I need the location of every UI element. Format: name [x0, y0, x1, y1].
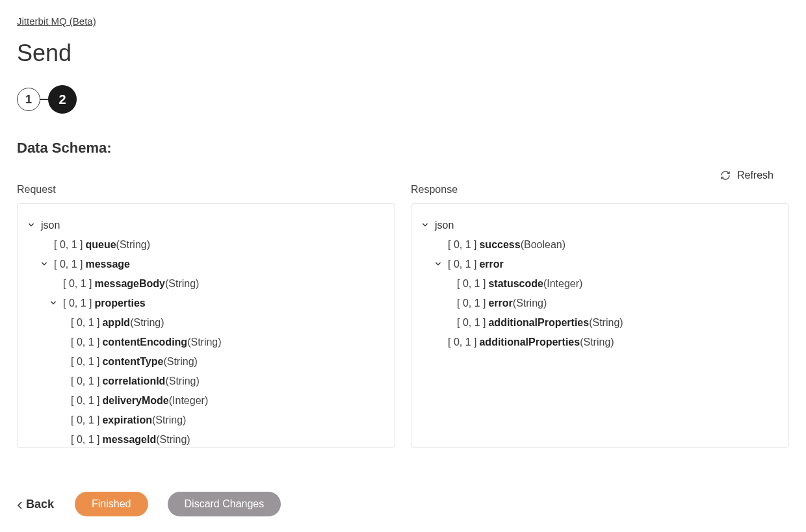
field-type: (String): [165, 374, 199, 389]
breadcrumb-link[interactable]: Jitterbit MQ (Beta): [17, 16, 96, 27]
tree-node[interactable]: json: [27, 216, 385, 235]
chevron-down-icon[interactable]: [421, 220, 431, 231]
back-label: Back: [26, 498, 54, 511]
field-type: (String): [156, 432, 190, 448]
field-name: queue: [85, 237, 116, 253]
chevron-down-icon[interactable]: [434, 259, 444, 270]
field-name: correlationId: [102, 374, 165, 389]
cardinality-label: [ 0, 1 ]: [54, 257, 83, 272]
field-name: expiration: [102, 412, 151, 428]
tree-node: [ 0, 1 ] expiration (String): [27, 411, 385, 430]
cardinality-label: [ 0, 1 ]: [71, 335, 99, 350]
cardinality-label: [ 0, 1 ]: [457, 315, 486, 331]
finished-button[interactable]: Finished: [75, 492, 148, 516]
cardinality-label: [ 0, 1 ]: [448, 335, 476, 350]
step-2-active[interactable]: 2: [48, 85, 77, 114]
chevron-down-icon[interactable]: [40, 259, 50, 270]
field-name: messageId: [102, 432, 156, 448]
tree-node: [ 0, 1 ] success (Boolean): [421, 235, 779, 255]
chevron-down-icon[interactable]: [27, 220, 37, 231]
section-title: Data Schema:: [17, 140, 789, 157]
tree-node: [ 0, 1 ] appId (String): [27, 313, 385, 333]
tree-node: [ 0, 1 ] deliveryMode (Integer): [27, 391, 385, 411]
field-type: (String): [165, 276, 199, 292]
refresh-icon: [720, 170, 731, 181]
field-name: statuscode: [488, 276, 543, 292]
request-column-label: Request: [17, 184, 395, 196]
chevron-down-icon[interactable]: [49, 298, 59, 309]
field-type: (String): [513, 296, 547, 311]
cardinality-label: [ 0, 1 ]: [63, 296, 92, 311]
field-type: (String): [163, 354, 197, 370]
tree-node: [ 0, 1 ] correlationId (String): [27, 372, 385, 391]
tree-node[interactable]: [ 0, 1 ] error: [421, 255, 779, 274]
cardinality-label: [ 0, 1 ]: [457, 276, 486, 292]
cardinality-label: [ 0, 1 ]: [457, 296, 486, 311]
cardinality-label: [ 0, 1 ]: [448, 237, 476, 253]
page-title: Send: [17, 40, 789, 67]
back-button[interactable]: Back: [17, 498, 54, 511]
field-name: contentType: [102, 354, 163, 370]
cardinality-label: [ 0, 1 ]: [71, 315, 99, 331]
tree-node[interactable]: [ 0, 1 ] properties: [27, 294, 385, 313]
tree-node: [ 0, 1 ] statuscode (Integer): [421, 274, 779, 294]
step-1[interactable]: 1: [17, 88, 40, 111]
field-type: (String): [116, 237, 150, 253]
field-name: appId: [102, 315, 130, 331]
breadcrumb: Jitterbit MQ (Beta): [17, 16, 789, 27]
response-column-label: Response: [411, 184, 789, 196]
field-type: (String): [589, 315, 623, 331]
request-schema-box[interactable]: json[ 0, 1 ] queue (String)[ 0, 1 ] mess…: [17, 203, 395, 448]
tree-node: [ 0, 1 ] queue (String): [27, 235, 385, 255]
cardinality-label: [ 0, 1 ]: [63, 276, 92, 292]
cardinality-label: [ 0, 1 ]: [54, 237, 83, 253]
field-name: additionalProperties: [488, 315, 589, 331]
tree-node: [ 0, 1 ] additionalProperties (String): [421, 313, 779, 333]
field-name: success: [479, 237, 520, 253]
field-type: (String): [152, 412, 186, 428]
cardinality-label: [ 0, 1 ]: [71, 354, 99, 370]
field-name: error: [488, 296, 512, 311]
field-name: properties: [94, 296, 145, 311]
cardinality-label: [ 0, 1 ]: [71, 374, 99, 389]
tree-node: [ 0, 1 ] messageId (String): [27, 430, 385, 448]
cardinality-label: [ 0, 1 ]: [448, 257, 476, 272]
refresh-button[interactable]: Refresh: [720, 170, 774, 181]
field-name: message: [85, 257, 130, 272]
field-name: json: [435, 218, 454, 233]
field-name: deliveryMode: [102, 393, 168, 409]
chevron-left-icon: [17, 500, 23, 509]
field-type: (Integer): [169, 393, 208, 409]
field-name: messageBody: [94, 276, 165, 292]
field-type: (String): [580, 335, 614, 350]
tree-node: [ 0, 1 ] contentEncoding (String): [27, 333, 385, 352]
tree-node[interactable]: json: [421, 216, 779, 235]
field-name: contentEncoding: [102, 335, 187, 350]
field-name: json: [41, 218, 60, 233]
tree-node: [ 0, 1 ] contentType (String): [27, 352, 385, 372]
tree-node: [ 0, 1 ] messageBody (String): [27, 274, 385, 294]
field-name: additionalProperties: [479, 335, 580, 350]
footer-bar: Back Finished Discard Changes: [17, 492, 281, 516]
cardinality-label: [ 0, 1 ]: [71, 432, 99, 448]
tree-node[interactable]: [ 0, 1 ] message: [27, 255, 385, 274]
cardinality-label: [ 0, 1 ]: [71, 412, 99, 428]
step-connector: [40, 99, 48, 100]
cardinality-label: [ 0, 1 ]: [71, 393, 99, 409]
stepper: 1 2: [17, 85, 789, 114]
tree-node: [ 0, 1 ] additionalProperties (String): [421, 333, 779, 352]
field-type: (Integer): [543, 276, 582, 292]
response-schema-box[interactable]: json[ 0, 1 ] success (Boolean)[ 0, 1 ] e…: [411, 203, 789, 448]
field-type: (String): [187, 335, 221, 350]
field-type: (Boolean): [521, 237, 566, 253]
discard-changes-button[interactable]: Discard Changes: [168, 492, 281, 516]
refresh-label: Refresh: [737, 170, 774, 181]
field-type: (String): [130, 315, 164, 331]
tree-node: [ 0, 1 ] error (String): [421, 294, 779, 313]
field-name: error: [479, 257, 503, 272]
